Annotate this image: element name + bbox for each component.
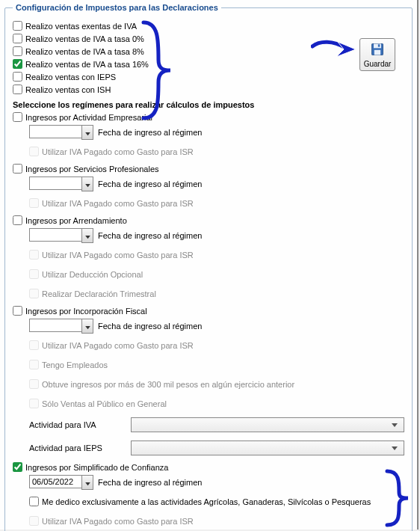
chevron-down-icon bbox=[392, 443, 401, 452]
label-simpl-iva-gasto: Utilizar IVA Pagado como Gasto para ISR bbox=[42, 517, 194, 526]
label-regimen-servicios: Ingresos por Servicios Profesionales bbox=[25, 165, 159, 174]
save-icon bbox=[370, 42, 385, 58]
checkbox-serv-iva-gasto bbox=[29, 198, 39, 208]
label-arr-trimestral: Realizar Declaración Trimestral bbox=[42, 289, 156, 298]
label-empr-iva-gasto: Utilizar IVA Pagado como Gasto para ISR bbox=[42, 147, 194, 156]
label-arr-iva-gasto: Utilizar IVA Pagado como Gasto para ISR bbox=[42, 251, 194, 260]
chevron-down-icon bbox=[85, 230, 90, 242]
date-row-arrendamiento: Fecha de ingreso al régimen bbox=[29, 228, 404, 243]
date-label-incorporacion: Fecha de ingreso al régimen bbox=[98, 322, 202, 331]
date-dropdown-empresarial[interactable] bbox=[81, 125, 93, 140]
row-regimen-arrendamiento: Ingresos por Arrendamiento bbox=[13, 215, 404, 225]
label-inc-empleados: Tengo Empleados bbox=[42, 360, 108, 369]
section-title-regimenes: Seleccione los regímenes para realizar c… bbox=[13, 100, 404, 109]
chevron-down-icon bbox=[85, 477, 90, 488]
checkbox-simpl-agricola[interactable] bbox=[29, 497, 39, 506]
date-row-servicios: Fecha de ingreso al régimen bbox=[29, 177, 404, 191]
row-iva-16: Realizo ventas de IVA a tasa 16% bbox=[13, 59, 404, 69]
row-simpl-iva-gasto: Utilizar IVA Pagado como Gasto para ISR bbox=[29, 516, 404, 526]
checkbox-regimen-simplificado[interactable] bbox=[13, 462, 22, 472]
date-label-simplificado: Fecha de ingreso al régimen bbox=[98, 478, 202, 487]
row-serv-iva-gasto: Utilizar IVA Pagado como Gasto para ISR bbox=[29, 198, 404, 208]
svg-rect-1 bbox=[374, 43, 381, 48]
chevron-down-icon bbox=[392, 420, 401, 429]
row-empr-iva-gasto: Utilizar IVA Pagado como Gasto para ISR bbox=[29, 147, 404, 156]
checkbox-regimen-servicios[interactable] bbox=[13, 164, 22, 174]
checkbox-arr-deduccion bbox=[29, 269, 39, 279]
date-label-servicios: Fecha de ingreso al régimen bbox=[98, 179, 202, 188]
row-arr-iva-gasto: Utilizar IVA Pagado como Gasto para ISR bbox=[29, 250, 404, 260]
checkbox-inc-iva-gasto bbox=[29, 340, 39, 350]
checkbox-inc-300mil bbox=[29, 379, 39, 389]
row-arr-trimestral: Realizar Declaración Trimestral bbox=[29, 289, 404, 298]
date-label-empresarial: Fecha de ingreso al régimen bbox=[98, 128, 202, 137]
row-simpl-agricola: Me dedico exclusivamente a las actividad… bbox=[29, 497, 404, 506]
row-actividad-ieps: Actividad para IEPS bbox=[29, 441, 404, 455]
row-arr-deduccion: Utilizar Deducción Opcional bbox=[29, 269, 404, 279]
checkbox-regimen-arrendamiento[interactable] bbox=[13, 215, 22, 225]
row-regimen-empresarial: Ingresos por Actividad Empresarial bbox=[13, 112, 404, 122]
label-regimen-incorporacion: Ingresos por Incorporación Fiscal bbox=[25, 307, 147, 316]
label-inc-iva-gasto: Utilizar IVA Pagado como Gasto para ISR bbox=[42, 341, 194, 350]
row-ish: Realizo ventas con ISH bbox=[13, 85, 404, 94]
combo-actividad-iva[interactable] bbox=[131, 417, 404, 432]
checkbox-iva-0[interactable] bbox=[13, 34, 22, 43]
date-input-simplificado[interactable] bbox=[29, 475, 81, 488]
checkbox-regimen-empresarial[interactable] bbox=[13, 112, 22, 122]
date-input-servicios[interactable] bbox=[29, 177, 81, 190]
row-ieps: Realizo ventas con IEPS bbox=[13, 72, 404, 82]
row-regimen-simplificado: Ingresos por Simplificado de Confianza bbox=[13, 462, 404, 472]
date-dropdown-incorporacion[interactable] bbox=[81, 319, 93, 334]
label-serv-iva-gasto: Utilizar IVA Pagado como Gasto para ISR bbox=[42, 199, 194, 208]
save-label: Guardar bbox=[364, 60, 392, 68]
checkbox-iva-16[interactable] bbox=[13, 59, 22, 69]
label-inc-300mil: Obtuve ingresos por más de 300 mil pesos… bbox=[42, 380, 294, 389]
checkbox-ventas-exentas[interactable] bbox=[13, 21, 22, 31]
row-ventas-exentas: Realizo ventas exentas de IVA bbox=[13, 21, 404, 31]
checkbox-empr-iva-gasto bbox=[29, 147, 39, 156]
row-actividad-iva: Actividad para IVA bbox=[29, 417, 404, 432]
combo-actividad-ieps[interactable] bbox=[131, 441, 404, 455]
row-regimen-incorporacion: Ingresos por Incorporación Fiscal bbox=[13, 306, 404, 316]
date-dropdown-simplificado[interactable] bbox=[81, 475, 93, 490]
date-input-incorporacion[interactable] bbox=[29, 319, 81, 332]
row-inc-empleados: Tengo Empleados bbox=[29, 360, 404, 369]
date-row-empresarial: Fecha de ingreso al régimen bbox=[29, 125, 404, 140]
label-ieps: Realizo ventas con IEPS bbox=[25, 73, 116, 82]
checkbox-arr-trimestral bbox=[29, 289, 39, 298]
label-actividad-iva: Actividad para IVA bbox=[29, 420, 125, 429]
row-inc-publico: Sólo Ventas al Público en General bbox=[29, 399, 404, 408]
label-regimen-simplificado: Ingresos por Simplificado de Confianza bbox=[25, 463, 168, 472]
row-iva-0: Realizo ventas de IVA a tasa 0% bbox=[13, 34, 404, 43]
svg-rect-3 bbox=[378, 44, 380, 46]
label-ish: Realizo ventas con ISH bbox=[25, 85, 111, 94]
date-input-empresarial[interactable] bbox=[29, 125, 81, 138]
row-inc-300mil: Obtuve ingresos por más de 300 mil pesos… bbox=[29, 379, 404, 389]
checkbox-iva-8[interactable] bbox=[13, 46, 22, 56]
label-iva-0: Realizo ventas de IVA a tasa 0% bbox=[25, 34, 144, 43]
row-regimen-servicios: Ingresos por Servicios Profesionales bbox=[13, 164, 404, 174]
svg-rect-2 bbox=[374, 49, 380, 55]
chevron-down-icon bbox=[85, 321, 90, 332]
checkbox-regimen-incorporacion[interactable] bbox=[13, 306, 22, 316]
checkbox-arr-iva-gasto bbox=[29, 250, 39, 260]
checkbox-ieps[interactable] bbox=[13, 72, 22, 82]
label-ventas-exentas: Realizo ventas exentas de IVA bbox=[25, 22, 137, 31]
date-dropdown-arrendamiento[interactable] bbox=[81, 228, 93, 243]
date-input-arrendamiento[interactable] bbox=[29, 228, 81, 242]
checkbox-inc-empleados bbox=[29, 360, 39, 369]
tax-config-fieldset: Configuración de Impuestos para las Decl… bbox=[4, 3, 413, 531]
label-iva-8: Realizo ventas de IVA a tasa 8% bbox=[25, 47, 144, 56]
date-row-simplificado: Fecha de ingreso al régimen bbox=[29, 475, 404, 490]
checkbox-ish[interactable] bbox=[13, 85, 22, 94]
save-button[interactable]: Guardar bbox=[359, 38, 395, 71]
checkbox-inc-publico bbox=[29, 399, 39, 408]
date-label-arrendamiento: Fecha de ingreso al régimen bbox=[98, 231, 202, 240]
fieldset-legend: Configuración de Impuestos para las Decl… bbox=[13, 3, 221, 12]
checkbox-simpl-iva-gasto bbox=[29, 516, 39, 526]
row-inc-iva-gasto: Utilizar IVA Pagado como Gasto para ISR bbox=[29, 340, 404, 350]
label-simpl-agricola: Me dedico exclusivamente a las actividad… bbox=[42, 497, 371, 506]
label-arr-deduccion: Utilizar Deducción Opcional bbox=[42, 270, 143, 279]
label-actividad-ieps: Actividad para IEPS bbox=[29, 443, 125, 452]
date-dropdown-servicios[interactable] bbox=[81, 177, 93, 191]
